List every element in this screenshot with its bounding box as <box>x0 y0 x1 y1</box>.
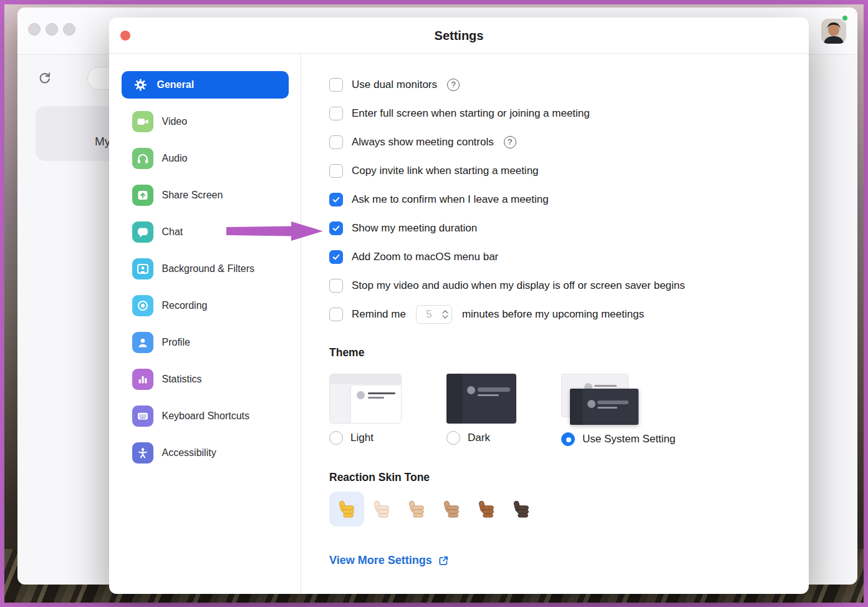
bar-chart-icon <box>132 369 153 390</box>
record-icon <box>132 295 153 316</box>
help-icon[interactable]: ? <box>447 79 460 91</box>
gear-icon <box>132 74 148 95</box>
sidebar-item-label: Recording <box>162 300 208 311</box>
checkbox[interactable] <box>329 107 343 120</box>
option-label: Copy invite link when starting a meeting <box>352 165 539 177</box>
theme-radio-label: Dark <box>468 432 490 444</box>
option-label: Use dual monitors <box>352 79 437 91</box>
sidebar-item-keyboard-shortcuts[interactable]: Keyboard Shortcuts <box>122 402 289 430</box>
user-avatar[interactable] <box>821 19 846 44</box>
thumbs-up-icon <box>405 497 428 521</box>
stepper-chevrons[interactable] <box>441 310 451 319</box>
option-label: Enter full screen when starting or joini… <box>352 107 590 120</box>
zoom-traffic-light[interactable] <box>63 23 75 36</box>
checkbox[interactable] <box>329 164 343 178</box>
theme-thumbnail-system[interactable] <box>561 374 639 425</box>
checkbox[interactable] <box>329 279 343 293</box>
thumbs-up-icon <box>440 497 463 521</box>
option-row-enter-full-screen-when-starting-or-joini: Enter full screen when starting or joini… <box>329 99 809 128</box>
sidebar-item-recording[interactable]: Recording <box>122 292 289 319</box>
settings-titlebar: Settings <box>109 17 809 54</box>
option-row-add-zoom-to-macos-menu-bar: Add Zoom to macOS menu bar <box>329 243 809 271</box>
option-row-copy-invite-link-when-starting-a-meeting: Copy invite link when starting a meeting <box>329 157 809 185</box>
help-icon[interactable]: ? <box>504 136 516 148</box>
option-row-use-dual-monitors: Use dual monitors? <box>329 70 809 99</box>
settings-content: Use dual monitors?Enter full screen when… <box>301 54 809 594</box>
theme-option-system: Use System Setting <box>561 374 675 446</box>
theme-thumbnail-light[interactable] <box>329 374 402 424</box>
skin-tone-medium[interactable] <box>434 492 469 527</box>
stepper-value: 5 <box>417 309 441 320</box>
person-icon <box>132 332 153 353</box>
option-label-suffix: minutes before my upcoming meetings <box>462 308 644 321</box>
window-title: Settings <box>109 17 809 54</box>
thumbs-up-icon <box>335 497 359 521</box>
option-row-show-my-meeting-duration: Show my meeting duration <box>329 214 809 243</box>
skin-tone-dark[interactable] <box>504 492 539 527</box>
sidebar-item-label: Video <box>162 116 188 127</box>
option-label: Add Zoom to macOS menu bar <box>352 251 498 263</box>
option-label: Show my meeting duration <box>352 222 477 235</box>
checkbox[interactable] <box>329 193 343 206</box>
option-label: Remind me <box>352 308 406 321</box>
settings-sidebar: General Video Audio Share Screen Chat Ba… <box>109 54 301 594</box>
thumbs-up-icon <box>370 497 393 521</box>
thumbs-up-icon <box>509 497 533 521</box>
theme-radio-label: Use System Setting <box>582 433 675 445</box>
option-label: Ask me to confirm when I leave a meeting <box>352 193 549 206</box>
minimize-traffic-light[interactable] <box>46 23 58 36</box>
option-row-always-show-meeting-controls: Always show meeting controls? <box>329 128 809 157</box>
sidebar-item-label: Audio <box>162 153 188 164</box>
skin-tone-medium-light[interactable] <box>399 492 434 527</box>
checkbox[interactable] <box>329 135 343 149</box>
sidebar-item-label: Background & Filters <box>162 263 255 274</box>
checkbox[interactable] <box>329 308 343 321</box>
sidebar-item-label: Share Screen <box>162 190 223 201</box>
checkbox[interactable] <box>329 78 343 92</box>
checkbox[interactable] <box>329 250 343 264</box>
theme-option-dark: Dark <box>446 374 516 446</box>
background-filters-icon <box>132 258 153 279</box>
keyboard-icon <box>132 405 153 427</box>
close-traffic-light[interactable] <box>28 23 41 36</box>
sidebar-item-general[interactable]: General <box>122 71 289 99</box>
sidebar-item-profile[interactable]: Profile <box>122 329 289 356</box>
option-row-ask-me-to-confirm-when-i-leave-a-meeting: Ask me to confirm when I leave a meeting <box>329 185 809 214</box>
skin-tone-default-yellow[interactable] <box>329 492 364 527</box>
screenshot-frame: U My Settings General Video Audi <box>0 0 868 607</box>
theme-radio-label: Light <box>350 432 374 444</box>
sidebar-item-video[interactable]: Video <box>122 108 289 135</box>
settings-window: Settings General Video Audio Share Scree… <box>109 17 809 594</box>
theme-thumbnail-dark[interactable] <box>446 374 516 424</box>
theme-heading: Theme <box>329 346 809 360</box>
share-screen-icon <box>132 185 153 206</box>
checkbox[interactable] <box>329 221 343 235</box>
online-status-dot <box>841 14 849 22</box>
accessibility-icon <box>132 442 153 464</box>
minutes-stepper[interactable]: 5 <box>416 305 452 324</box>
chat-bubble-icon <box>132 221 153 243</box>
option-row-stop-my-video-and-audio-when-my-display-: Stop my video and audio when my display … <box>329 271 809 300</box>
sidebar-item-label: Statistics <box>162 374 202 385</box>
close-window-button[interactable] <box>120 31 130 41</box>
view-more-settings-link[interactable]: View More Settings <box>329 554 450 567</box>
external-link-icon <box>437 555 450 567</box>
thumbs-up-icon <box>475 497 498 521</box>
theme-radio-light[interactable] <box>329 431 343 445</box>
sidebar-item-statistics[interactable]: Statistics <box>122 366 289 393</box>
option-label: Stop my video and audio when my display … <box>352 279 685 292</box>
theme-radio-dark[interactable] <box>446 431 460 445</box>
sidebar-item-share-screen[interactable]: Share Screen <box>122 182 289 209</box>
video-camera-icon <box>132 111 153 132</box>
sidebar-item-audio[interactable]: Audio <box>122 145 289 172</box>
skin-tone-medium-dark[interactable] <box>469 492 504 527</box>
headphones-icon <box>132 148 153 169</box>
sidebar-item-label: Chat <box>162 226 183 238</box>
sidebar-item-accessibility[interactable]: Accessibility <box>122 439 289 467</box>
theme-radio-system[interactable] <box>561 432 575 446</box>
sidebar-item-label: Profile <box>162 337 190 348</box>
refresh-icon[interactable] <box>36 69 53 89</box>
sidebar-item-background-filters[interactable]: Background & Filters <box>122 255 289 283</box>
annotation-arrow <box>226 221 324 241</box>
skin-tone-light[interactable] <box>364 492 399 527</box>
